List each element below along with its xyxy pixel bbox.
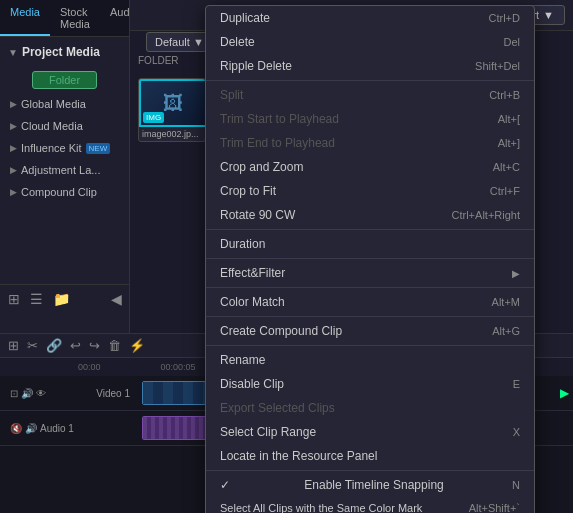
import-dropdown-arrow: ▼ bbox=[543, 9, 554, 21]
menu-item-crop-zoom-shortcut: Alt+C bbox=[493, 161, 520, 173]
project-media-header[interactable]: ▼ Project Media bbox=[0, 37, 129, 67]
timecode-5s: 00:00:05 bbox=[161, 362, 196, 372]
menu-item-export-selected-label: Export Selected Clips bbox=[220, 401, 335, 415]
menu-item-enable-snapping[interactable]: ✓ Enable Timeline Snapping N bbox=[206, 473, 534, 497]
sidebar-item-influence-kit[interactable]: ▶ Influence Kit NEW bbox=[0, 137, 129, 159]
menu-item-duplicate-label: Duplicate bbox=[220, 11, 270, 25]
menu-item-split-shortcut: Ctrl+B bbox=[489, 89, 520, 101]
context-menu: Duplicate Ctrl+D Delete Del Ripple Delet… bbox=[205, 5, 535, 513]
cut-icon[interactable]: ✂ bbox=[27, 338, 38, 353]
list-icon[interactable]: ☰ bbox=[30, 291, 43, 307]
menu-item-select-range[interactable]: Select Clip Range X bbox=[206, 420, 534, 444]
separator-4 bbox=[206, 287, 534, 288]
menu-item-enable-snapping-shortcut: N bbox=[512, 479, 520, 491]
grid-icon[interactable]: ⊞ bbox=[8, 291, 20, 307]
media-item-label: image002.jp... bbox=[139, 127, 205, 141]
influence-kit-badge: NEW bbox=[86, 143, 111, 154]
tab-stock-media[interactable]: Stock Media bbox=[50, 0, 100, 36]
sidebar-item-adjustment[interactable]: ▶ Adjustment La... bbox=[0, 159, 129, 181]
menu-item-rename-label: Rename bbox=[220, 353, 265, 367]
menu-item-ripple-delete-label: Ripple Delete bbox=[220, 59, 292, 73]
menu-item-color-match-label: Color Match bbox=[220, 295, 285, 309]
cloud-media-label: Cloud Media bbox=[21, 120, 83, 132]
track-right-icon: ▶ bbox=[560, 386, 569, 400]
menu-item-ripple-delete[interactable]: Ripple Delete Shift+Del bbox=[206, 54, 534, 78]
audio-track-controls: 🔇 🔊 Audio 1 bbox=[4, 423, 134, 434]
default-select[interactable]: Default ▼ bbox=[146, 32, 213, 52]
menu-item-crop-fit-shortcut: Ctrl+F bbox=[490, 185, 520, 197]
project-media-arrow: ▼ bbox=[8, 47, 18, 58]
tab-media[interactable]: Media bbox=[0, 0, 50, 36]
separator-1 bbox=[206, 80, 534, 81]
menu-item-export-selected: Export Selected Clips bbox=[206, 396, 534, 420]
menu-item-rename[interactable]: Rename bbox=[206, 348, 534, 372]
collapse-icon[interactable]: ◀ bbox=[111, 291, 122, 307]
separator-7 bbox=[206, 470, 534, 471]
menu-item-delete[interactable]: Delete Del bbox=[206, 30, 534, 54]
video-track-name: Video 1 bbox=[74, 388, 134, 399]
menu-item-disable-clip[interactable]: Disable Clip E bbox=[206, 372, 534, 396]
media-item-image002[interactable]: 🖼 IMG image002.jp... bbox=[138, 78, 206, 142]
menu-item-effect-filter[interactable]: Effect&Filter ▶ bbox=[206, 261, 534, 285]
compound-clip-arrow: ▶ bbox=[10, 187, 17, 197]
sidebar-bottom-icons: ⊞ ☰ 📁 ◀ bbox=[0, 284, 130, 313]
audio-volume-icon[interactable]: 🔊 bbox=[25, 423, 37, 434]
menu-item-select-range-label: Select Clip Range bbox=[220, 425, 316, 439]
menu-item-rotate[interactable]: Rotate 90 CW Ctrl+Alt+Right bbox=[206, 203, 534, 227]
menu-item-delete-label: Delete bbox=[220, 35, 255, 49]
separator-3 bbox=[206, 258, 534, 259]
menu-item-crop-zoom-label: Crop and Zoom bbox=[220, 160, 303, 174]
effect-filter-submenu-arrow: ▶ bbox=[512, 268, 520, 279]
compound-clip-label: Compound Clip bbox=[21, 186, 97, 198]
menu-item-locate-resource[interactable]: Locate in the Resource Panel bbox=[206, 444, 534, 468]
menu-item-ripple-delete-shortcut: Shift+Del bbox=[475, 60, 520, 72]
menu-item-crop-zoom[interactable]: Crop and Zoom Alt+C bbox=[206, 155, 534, 179]
menu-item-crop-fit[interactable]: Crop to Fit Ctrl+F bbox=[206, 179, 534, 203]
menu-item-select-range-shortcut: X bbox=[513, 426, 520, 438]
menu-item-duration[interactable]: Duration bbox=[206, 232, 534, 256]
menu-item-locate-resource-label: Locate in the Resource Panel bbox=[220, 449, 377, 463]
menu-item-trim-start: Trim Start to Playhead Alt+[ bbox=[206, 107, 534, 131]
sidebar-item-cloud-media[interactable]: ▶ Cloud Media bbox=[0, 115, 129, 137]
influence-kit-label: Influence Kit bbox=[21, 142, 82, 154]
undo-icon[interactable]: ⊞ bbox=[8, 338, 19, 353]
audio-track-name: Audio 1 bbox=[40, 423, 74, 434]
enable-snapping-check: ✓ bbox=[220, 478, 230, 492]
menu-item-disable-clip-label: Disable Clip bbox=[220, 377, 284, 391]
menu-item-trim-end-label: Trim End to Playhead bbox=[220, 136, 335, 150]
folder-button[interactable]: Folder bbox=[32, 71, 97, 89]
image-badge: IMG bbox=[143, 112, 164, 123]
menu-item-split-label: Split bbox=[220, 88, 243, 102]
global-media-arrow: ▶ bbox=[10, 99, 17, 109]
menu-item-select-same-color[interactable]: Select All Clips with the Same Color Mar… bbox=[206, 497, 534, 513]
image-icon: 🖼 bbox=[163, 92, 183, 115]
trash-icon[interactable]: 🗑 bbox=[108, 338, 121, 353]
menu-item-duplicate[interactable]: Duplicate Ctrl+D bbox=[206, 6, 534, 30]
undo2-icon[interactable]: ↪ bbox=[89, 338, 100, 353]
video-track-icons: ⊡ 🔊 👁 bbox=[10, 388, 46, 399]
audio-mute-icon[interactable]: 🔇 bbox=[10, 423, 22, 434]
cloud-media-arrow: ▶ bbox=[10, 121, 17, 131]
menu-item-color-match-shortcut: Alt+M bbox=[492, 296, 520, 308]
menu-item-create-compound[interactable]: Create Compound Clip Alt+G bbox=[206, 319, 534, 343]
folder-add-icon[interactable]: 📁 bbox=[53, 291, 70, 307]
adjustment-arrow: ▶ bbox=[10, 165, 17, 175]
redo-icon[interactable]: ↩ bbox=[70, 338, 81, 353]
media-thumb-image002: 🖼 IMG bbox=[139, 79, 206, 127]
menu-item-rotate-shortcut: Ctrl+Alt+Right bbox=[452, 209, 520, 221]
tab-bar: Media Stock Media Audio Ti... bbox=[0, 0, 129, 37]
sidebar-item-global-media[interactable]: ▶ Global Media bbox=[0, 93, 129, 115]
menu-item-color-match[interactable]: Color Match Alt+M bbox=[206, 290, 534, 314]
menu-item-trim-end-shortcut: Alt+] bbox=[498, 137, 520, 149]
split2-icon[interactable]: ⚡ bbox=[129, 338, 145, 353]
menu-item-rotate-label: Rotate 90 CW bbox=[220, 208, 295, 222]
menu-item-crop-fit-label: Crop to Fit bbox=[220, 184, 276, 198]
link-icon[interactable]: 🔗 bbox=[46, 338, 62, 353]
video-track-label: ⊡ 🔊 👁 bbox=[4, 388, 74, 399]
separator-2 bbox=[206, 229, 534, 230]
project-media-label: Project Media bbox=[22, 45, 100, 59]
menu-item-trim-start-label: Trim Start to Playhead bbox=[220, 112, 339, 126]
menu-item-delete-shortcut: Del bbox=[503, 36, 520, 48]
sidebar-item-compound-clip[interactable]: ▶ Compound Clip bbox=[0, 181, 129, 203]
separator-5 bbox=[206, 316, 534, 317]
